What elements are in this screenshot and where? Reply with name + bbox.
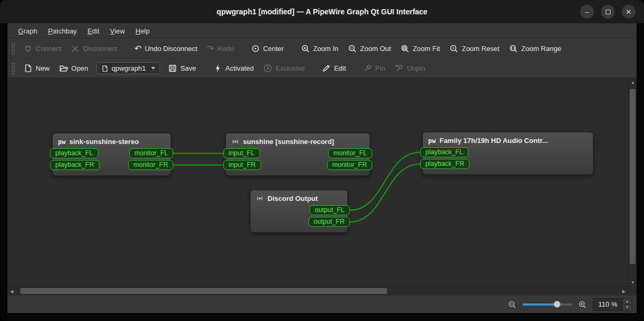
- node-sink-sunshine-stereo[interactable]: pw sink-sunshine-stereo playback_FL moni…: [52, 133, 171, 176]
- menu-view[interactable]: View: [105, 24, 130, 38]
- zoom-slider-thumb[interactable]: [554, 301, 561, 308]
- patchbay-file-icon: [101, 65, 108, 72]
- maximize-button[interactable]: [601, 5, 615, 19]
- menu-edit[interactable]: Edit: [82, 24, 104, 38]
- node-title: sink-sunshine-stereo: [69, 138, 139, 146]
- input-port[interactable]: input_FL: [223, 148, 260, 158]
- node-sunshine[interactable]: sunshine [sunshine-record] input_FL moni…: [225, 133, 370, 176]
- vertical-scroll-thumb[interactable]: [630, 89, 635, 264]
- horizontal-scrollbar[interactable]: ◀ ▶: [7, 286, 628, 295]
- zoom-range-icon: [509, 44, 518, 53]
- close-button[interactable]: ✕: [622, 5, 635, 19]
- undo-label: Undo Disconnect: [145, 45, 197, 53]
- exclusive-toggle[interactable]: Exclusive: [258, 61, 310, 75]
- unpin-icon: [395, 64, 404, 73]
- open-button[interactable]: Open: [54, 61, 93, 75]
- input-port[interactable]: playback_FL: [50, 148, 98, 158]
- save-label: Save: [180, 64, 196, 72]
- pin-icon: [363, 64, 372, 73]
- zoom-percent-spinbox[interactable]: 110 % ▲ ▼: [593, 298, 632, 311]
- window-controls: – ✕: [580, 5, 635, 19]
- pin-button[interactable]: Pin: [358, 61, 390, 75]
- zoom-in-icon[interactable]: [578, 300, 587, 309]
- input-port[interactable]: input_FR: [223, 160, 261, 170]
- zoom-range-button[interactable]: Zoom Range: [504, 41, 566, 56]
- unpin-button[interactable]: Unpin: [390, 61, 430, 75]
- status-bar: 110 % ▲ ▼: [7, 295, 637, 313]
- scroll-right-arrow-icon[interactable]: ▶: [620, 287, 628, 295]
- scroll-up-arrow-icon[interactable]: ▲: [629, 78, 637, 87]
- minimize-button[interactable]: –: [580, 5, 594, 19]
- graph-toolbar: Connect Disconnect ↶ Undo Disconnect ↷ R…: [7, 39, 637, 58]
- menu-graph-label: raph: [23, 27, 37, 35]
- node-title: Discord Output: [267, 195, 318, 202]
- output-port[interactable]: monitor_FL: [328, 148, 372, 158]
- pipewire-icon: pw: [428, 137, 436, 145]
- graph-canvas[interactable]: pw sink-sunshine-stereo playback_FL moni…: [7, 78, 628, 286]
- input-port[interactable]: playback_FL: [420, 147, 469, 157]
- output-port[interactable]: monitor_FR: [128, 160, 173, 170]
- zoom-reset-button[interactable]: Zoom Reset: [445, 41, 504, 56]
- vertical-scroll-track[interactable]: [629, 87, 637, 278]
- maximize-icon: [606, 10, 610, 14]
- menu-graph-accel: G: [18, 27, 23, 35]
- scrollbar-corner: [628, 286, 637, 295]
- new-label: New: [36, 64, 49, 72]
- menu-view-label: iew: [114, 27, 125, 35]
- menu-patchbay[interactable]: Patchbay: [43, 24, 82, 38]
- node-header: sunshine [sunshine-record]: [226, 133, 370, 148]
- zoom-reset-icon: [449, 44, 458, 53]
- output-port[interactable]: output_FR: [308, 217, 350, 227]
- save-button[interactable]: Save: [163, 61, 201, 75]
- patchbay-select[interactable]: qpwgraph1: [96, 62, 160, 74]
- zoom-slider[interactable]: [523, 303, 572, 306]
- window-frame: Graph Patchbay Edit View Help Connect Di…: [0, 23, 644, 321]
- zoom-slider-fill: [523, 303, 557, 306]
- menu-graph[interactable]: Graph: [13, 24, 43, 38]
- vertical-scrollbar[interactable]: ▲ ▼: [628, 78, 637, 286]
- horizontal-scroll-thumb[interactable]: [20, 288, 387, 294]
- edit-button[interactable]: Edit: [317, 61, 350, 75]
- node-family-audio-controller[interactable]: pw Family 17h/19h HD Audio Contr... play…: [422, 132, 593, 175]
- output-port[interactable]: monitor_FR: [327, 160, 372, 170]
- zoom-in-button[interactable]: Zoom In: [296, 41, 344, 56]
- undo-disconnect-button[interactable]: ↶ Undo Disconnect: [130, 42, 202, 55]
- input-port[interactable]: playback_FR: [420, 159, 470, 169]
- connect-button[interactable]: Connect: [19, 41, 66, 56]
- zoom-out-button[interactable]: Zoom Out: [343, 41, 396, 56]
- open-label: Open: [71, 64, 88, 72]
- connection-wires-layer: [7, 78, 628, 286]
- patchbay-toolbar: New Open qpwgraph1 Save Activated: [7, 58, 637, 78]
- scroll-left-arrow-icon[interactable]: ◀: [7, 287, 16, 295]
- menu-help[interactable]: Help: [130, 24, 155, 38]
- new-button[interactable]: New: [19, 61, 54, 75]
- disconnect-label: Disconnect: [83, 45, 117, 53]
- zoom-out-icon: [348, 44, 357, 53]
- toolbar-drag-handle[interactable]: [11, 62, 15, 75]
- horizontal-scroll-track[interactable]: [16, 287, 620, 295]
- spin-down-button[interactable]: ▼: [623, 304, 632, 310]
- output-port[interactable]: monitor_FL: [129, 148, 173, 158]
- menu-edit-accel: E: [87, 27, 92, 35]
- zoom-fit-button[interactable]: Zoom Fit: [396, 41, 445, 56]
- activated-toggle[interactable]: Activated: [208, 61, 258, 75]
- connect-label: Connect: [36, 45, 61, 53]
- output-port[interactable]: output_FL: [310, 205, 350, 215]
- center-button[interactable]: Center: [246, 41, 289, 56]
- exclusive-icon: [263, 64, 272, 73]
- disconnect-button[interactable]: Disconnect: [66, 41, 122, 56]
- zoom-out-icon[interactable]: [508, 300, 516, 309]
- redo-label: Redo: [218, 45, 234, 53]
- title-bar[interactable]: qpwgraph1 [modified] — A PipeWire Graph …: [0, 0, 644, 23]
- spin-up-button[interactable]: ▲: [623, 299, 632, 305]
- node-discord-output[interactable]: Discord Output output_FL output_FR: [250, 190, 348, 233]
- zoom-out-label: Zoom Out: [360, 45, 391, 53]
- redo-button[interactable]: ↷ Redo: [202, 42, 238, 55]
- edit-pencil-icon: [322, 64, 331, 73]
- app-window: qpwgraph1 [modified] — A PipeWire Graph …: [0, 0, 644, 321]
- close-icon: ✕: [626, 8, 632, 16]
- center-label: Center: [263, 45, 284, 53]
- scroll-down-arrow-icon[interactable]: ▼: [629, 278, 637, 286]
- toolbar-drag-handle[interactable]: [11, 43, 15, 55]
- input-port[interactable]: playback_FR: [50, 160, 99, 170]
